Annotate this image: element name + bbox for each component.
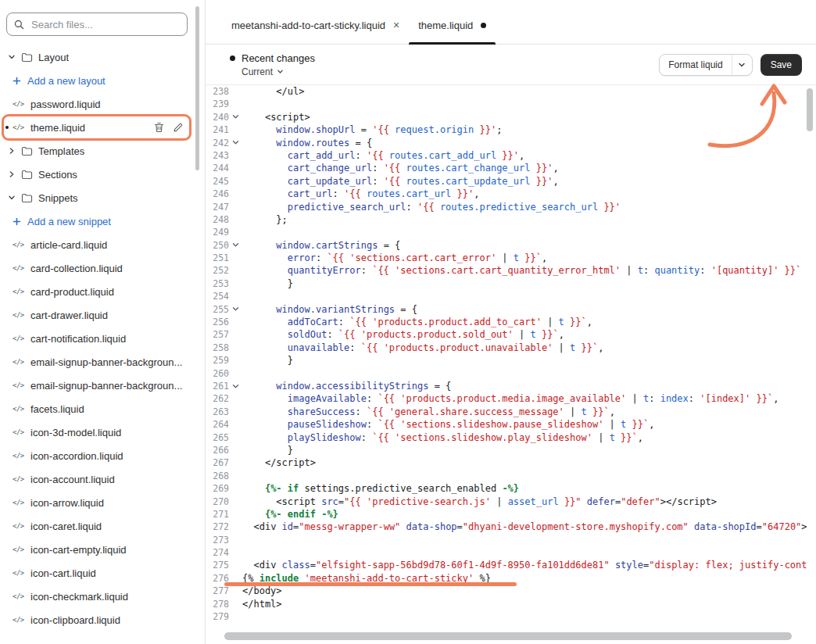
code-line-262[interactable]: 262 imageAvailable: `{{ 'products.produc… <box>206 392 816 405</box>
code-line-269[interactable]: 269 {%- if settings.predictive_search_en… <box>206 482 816 495</box>
code-line-248[interactable]: 248 }; <box>206 213 816 226</box>
tree-item-label: icon-cart.liquid <box>30 567 96 579</box>
file-email-signup-banner-backgroun[interactable]: </>email-signup-banner-backgroun... <box>0 374 194 397</box>
line-number: 241 <box>206 123 229 136</box>
rename-file-icon[interactable] <box>173 123 183 133</box>
file-icon-3d-model-liquid[interactable]: </>icon-3d-model.liquid <box>0 420 194 444</box>
code-line-247[interactable]: 247 predictive_search_url: '{{ routes.pr… <box>206 201 816 213</box>
search-files-input[interactable] <box>30 18 180 31</box>
delete-file-icon[interactable] <box>154 122 164 133</box>
code-line-252[interactable]: 252 quantityError: `{{ 'sections.cart.ca… <box>206 264 816 277</box>
code-line-260[interactable]: 260 <box>206 367 816 380</box>
code-line-249[interactable]: 249 <box>206 226 816 238</box>
code-line-270[interactable]: 270 <script src="{{ 'predictive-search.j… <box>206 496 816 508</box>
file-icon-cart-liquid[interactable]: </>icon-cart.liquid <box>0 561 194 585</box>
folder-snippets[interactable]: Snippets <box>0 186 194 209</box>
code-line-267[interactable]: 267 </script> <box>206 456 816 469</box>
code-line-259[interactable]: 259 } <box>206 354 816 367</box>
file-icon-caret-liquid[interactable]: </>icon-caret.liquid <box>0 514 194 538</box>
code-line-278[interactable]: 278</html> <box>206 598 816 610</box>
code-line-245[interactable]: 245 cart_update_url: '{{ routes.cart_upd… <box>206 175 816 188</box>
fold-toggle-icon[interactable] <box>229 303 242 316</box>
file-icon-accordion-liquid[interactable]: </>icon-accordion.liquid <box>0 444 194 467</box>
version-selector[interactable]: Current <box>242 66 315 77</box>
code-line-257[interactable]: 257 soldOut: `{{ 'products.product.sold_… <box>206 328 816 341</box>
fold-toggle-icon[interactable] <box>229 137 242 149</box>
code-line-242[interactable]: 242 window.routes = { <box>206 137 816 149</box>
code-line-240[interactable]: 240 <script> <box>206 111 816 123</box>
fold-toggle-icon[interactable] <box>229 380 242 392</box>
file-password-liquid[interactable]: </>password.liquid <box>0 92 194 116</box>
code-line-253[interactable]: 253 } <box>206 277 816 290</box>
file-icon-arrow-liquid[interactable]: </>icon-arrow.liquid <box>0 491 194 514</box>
code-line-274[interactable]: 274 <box>206 546 816 559</box>
code-text: pauseSlideshow: `{{ 'sections.slideshow.… <box>242 418 654 431</box>
code-line-266[interactable]: 266 } <box>206 444 816 456</box>
sidebar-scrollbar[interactable] <box>195 6 199 170</box>
code-line-265[interactable]: 265 playSlideshow: `{{ 'sections.slidesh… <box>206 431 816 444</box>
tree-item-label: Add a new layout <box>27 75 106 87</box>
code-line-238[interactable]: 238 </ul> <box>206 85 816 98</box>
editor-vertical-scrollbar[interactable] <box>807 88 813 131</box>
code-line-275[interactable]: 275 <div class="elfsight-sapp-56bd9d78-6… <box>206 559 816 571</box>
chevron-right-icon[interactable] <box>8 147 16 155</box>
fold-toggle-icon[interactable] <box>229 239 242 252</box>
folder-layout[interactable]: Layout <box>0 45 194 69</box>
code-line-239[interactable]: 239 <box>206 98 816 110</box>
fold-toggle-icon[interactable] <box>229 111 242 123</box>
code-line-255[interactable]: 255 window.variantStrings = { <box>206 303 816 316</box>
tab-meetanshi-add-to-cart-sticky-liquid[interactable]: meetanshi-add-to-cart-sticky.liquid × <box>222 6 409 44</box>
code-line-250[interactable]: 250 window.cartStrings = { <box>206 239 816 252</box>
fold-spacer <box>229 572 242 585</box>
file-icon-checkmark-liquid[interactable]: </>icon-checkmark.liquid <box>0 585 194 608</box>
line-number: 260 <box>206 367 229 380</box>
code-line-251[interactable]: 251 error: `{{ 'sections.cart.cart_error… <box>206 252 816 264</box>
code-line-261[interactable]: 261 window.accessibilityStrings = { <box>206 380 816 392</box>
code-line-273[interactable]: 273 <box>206 534 816 546</box>
code-line-258[interactable]: 258 unavailable: `{{ 'products.product.u… <box>206 342 816 354</box>
file-cart-drawer-liquid[interactable]: </>cart-drawer.liquid <box>0 303 194 327</box>
code-line-243[interactable]: 243 cart_add_url: '{{ routes.cart_add_ur… <box>206 149 816 162</box>
code-text: window.shopUrl = '{{ request.origin }}'; <box>242 123 502 136</box>
code-line-244[interactable]: 244 cart_change_url: '{{ routes.cart_cha… <box>206 162 816 174</box>
format-liquid-button[interactable]: Format liquid <box>659 54 752 76</box>
code-line-279[interactable]: 279 <box>206 610 816 623</box>
code-line-276[interactable]: 276{% include 'meetanshi-add-to-cart-sti… <box>206 572 816 585</box>
format-options-caret[interactable] <box>732 55 752 75</box>
file-email-signup-banner-backgroun[interactable]: </>email-signup-banner-backgroun... <box>0 350 194 374</box>
fold-spacer <box>229 149 242 162</box>
code-line-268[interactable]: 268 <box>206 470 816 482</box>
code-line-246[interactable]: 246 cart_url: '{{ routes.cart_url }}', <box>206 188 816 200</box>
save-button[interactable]: Save <box>761 54 802 76</box>
file-icon-clipboard-liquid[interactable]: </>icon-clipboard.liquid <box>0 608 194 631</box>
code-line-271[interactable]: 271 {%- endif -%} <box>206 508 816 521</box>
chevron-down-icon[interactable] <box>8 53 16 61</box>
code-editor[interactable]: 238 </ul>239240 <script>241 window.shopU… <box>206 85 816 644</box>
code-line-241[interactable]: 241 window.shopUrl = '{{ request.origin … <box>206 123 816 136</box>
file-facets-liquid[interactable]: </>facets.liquid <box>0 397 194 420</box>
file-theme-liquid[interactable]: </>theme.liquid <box>0 116 194 139</box>
editor-horizontal-scrollbar[interactable] <box>224 632 792 640</box>
file-icon-account-liquid[interactable]: </>icon-account.liquid <box>0 467 194 491</box>
folder-sections[interactable]: Sections <box>0 163 194 186</box>
file-icon-cart-empty-liquid[interactable]: </>icon-cart-empty.liquid <box>0 538 194 561</box>
code-line-272[interactable]: 272 <div id="messg-wrapper-ww" data-shop… <box>206 521 816 533</box>
file-card-collection-liquid[interactable]: </>card-collection.liquid <box>0 256 194 280</box>
file-article-card-liquid[interactable]: </>article-card.liquid <box>0 233 194 256</box>
file-card-product-liquid[interactable]: </>card-product.liquid <box>0 280 194 303</box>
add-add-a-new-snippet[interactable]: Add a new snippet <box>0 209 194 233</box>
close-tab-icon[interactable]: × <box>393 20 399 30</box>
file-cart-notification-liquid[interactable]: </>cart-notification.liquid <box>0 327 194 350</box>
folder-templates[interactable]: Templates <box>0 139 194 163</box>
chevron-down-icon[interactable] <box>8 194 16 202</box>
code-line-264[interactable]: 264 pauseSlideshow: `{{ 'sections.slides… <box>206 418 816 431</box>
search-files-box[interactable] <box>6 13 188 36</box>
tab-theme-liquid[interactable]: theme.liquid <box>409 6 496 44</box>
code-line-256[interactable]: 256 addToCart: `{{ 'products.product.add… <box>206 316 816 328</box>
fold-spacer <box>229 226 242 238</box>
code-line-254[interactable]: 254 <box>206 290 816 302</box>
add-add-a-new-layout[interactable]: Add a new layout <box>0 69 194 92</box>
code-line-277[interactable]: 277</body> <box>206 585 816 597</box>
code-line-263[interactable]: 263 shareSuccess: `{{ 'general.share.suc… <box>206 406 816 418</box>
chevron-right-icon[interactable] <box>8 170 16 178</box>
